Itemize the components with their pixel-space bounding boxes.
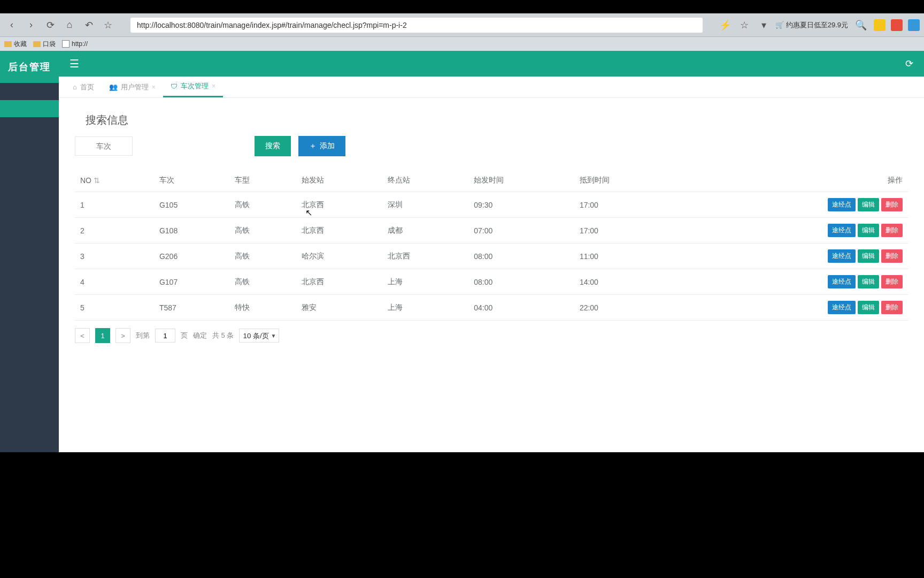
cell-arrive: 11:00 (574, 244, 680, 269)
cell-type: 高铁 (229, 269, 296, 295)
add-button[interactable]: ＋添加 (298, 136, 345, 156)
cell-no: 4 (75, 269, 154, 295)
edit-button[interactable]: 编辑 (858, 249, 879, 263)
tab-home[interactable]: ⌂ 首页 (65, 77, 102, 97)
cell-from: 雅安 (296, 295, 382, 321)
back-button[interactable]: ‹ (4, 18, 19, 33)
bookmark-2[interactable]: 口袋 (33, 40, 56, 49)
col-arrive[interactable]: 抵到时间 (574, 169, 680, 192)
close-icon[interactable]: × (212, 82, 215, 90)
search-icon[interactable]: 🔍 (853, 18, 868, 33)
cell-train: G107 (154, 269, 229, 295)
close-icon[interactable]: × (152, 83, 156, 91)
promo-badge[interactable]: 🛒 约惠夏日低至29.9元 (775, 20, 848, 30)
delete-button[interactable]: 删除 (881, 301, 903, 314)
cell-train: G108 (154, 218, 229, 244)
tab-users[interactable]: 👥 用户管理 × (102, 77, 163, 97)
sidebar-item-2[interactable] (0, 100, 59, 117)
cell-arrive: 14:00 (574, 269, 680, 295)
col-train[interactable]: 车次 (154, 169, 229, 192)
delete-button[interactable]: 删除 (881, 275, 903, 288)
black-letterbox (0, 452, 924, 578)
edit-button[interactable]: 编辑 (858, 198, 879, 211)
table-row: 4G107高铁北京西上海08:0014:00途经点编辑删除 (75, 269, 908, 295)
prev-page[interactable]: < (75, 328, 90, 343)
content-panel: 搜索信息 搜索 ＋添加 NO ⇅ 车次 车型 始发站 终点站 始发时间 抵到时间 (59, 98, 924, 452)
cell-to: 上海 (382, 269, 468, 295)
cell-to: 成都 (382, 218, 468, 244)
star-button[interactable]: ☆ (101, 18, 116, 33)
url-bar[interactable]: http://localhost:8080/train/manage/index… (130, 18, 703, 33)
browser-chrome: ‹ › ⟳ ⌂ ↶ ☆ http://localhost:8080/train/… (0, 13, 924, 37)
cell-to: 北京西 (382, 244, 468, 269)
stops-button[interactable]: 途经点 (828, 198, 856, 211)
col-to[interactable]: 终点站 (382, 169, 468, 192)
bookmark-label: http:// (72, 40, 88, 48)
bookmark-label: 口袋 (43, 40, 56, 49)
cell-from: 北京西 (296, 269, 382, 295)
col-depart[interactable]: 始发时间 (468, 169, 574, 192)
stops-button[interactable]: 途经点 (828, 249, 856, 263)
goto-input[interactable] (155, 329, 175, 343)
cell-train: G206 (154, 244, 229, 269)
table-header-row: NO ⇅ 车次 车型 始发站 终点站 始发时间 抵到时间 操作 (75, 169, 908, 192)
search-input[interactable] (75, 136, 133, 156)
home-button[interactable]: ⌂ (62, 18, 77, 33)
delete-button[interactable]: 删除 (881, 224, 903, 237)
menu-toggle-icon[interactable]: ☰ (70, 57, 79, 70)
cell-depart: 09:30 (468, 192, 574, 218)
cell-arrive: 22:00 (574, 295, 680, 321)
edit-button[interactable]: 编辑 (858, 224, 879, 237)
tab-label: 首页 (80, 82, 94, 92)
refresh-icon[interactable]: ⟳ (905, 58, 913, 70)
col-no[interactable]: NO ⇅ (75, 169, 154, 192)
col-type[interactable]: 车型 (229, 169, 296, 192)
col-ops: 操作 (680, 169, 908, 192)
history-button[interactable]: ↶ (81, 18, 96, 33)
cell-train: T587 (154, 295, 229, 321)
edit-button[interactable]: 编辑 (858, 301, 879, 314)
page-unit: 页 (181, 331, 188, 340)
cell-type: 高铁 (229, 244, 296, 269)
bookmark-3[interactable]: http:// (62, 40, 88, 48)
dropdown-icon[interactable]: ▾ (756, 18, 771, 33)
app-root: 后台管理 ☰ ⟳ ⌂ 首页 👥 用户管理 × 🛡 车次管理 × (0, 51, 924, 452)
cell-arrive: 17:00 (574, 218, 680, 244)
cell-no: 2 (75, 218, 154, 244)
ext-1-icon[interactable] (874, 19, 886, 31)
cell-ops: 途经点编辑删除 (680, 244, 908, 269)
table-row: 1G105高铁北京西深圳09:3017:00途经点编辑删除 (75, 192, 908, 218)
cell-ops: 途经点编辑删除 (680, 192, 908, 218)
fav-icon[interactable]: ☆ (737, 18, 752, 33)
tab-trains[interactable]: 🛡 车次管理 × (163, 77, 223, 97)
tab-label: 用户管理 (121, 82, 149, 92)
col-from[interactable]: 始发站 (296, 169, 382, 192)
ext-2-icon[interactable] (891, 19, 903, 31)
stops-button[interactable]: 途经点 (828, 224, 856, 237)
sidebar-item-1[interactable] (0, 83, 59, 100)
stops-button[interactable]: 途经点 (828, 301, 856, 314)
chrome-right: 🛒 约惠夏日低至29.9元 🔍 (775, 18, 920, 33)
sidebar-item-3[interactable] (0, 117, 59, 134)
bookmark-1[interactable]: 收藏 (4, 40, 27, 49)
next-page[interactable]: > (116, 328, 130, 343)
search-button[interactable]: 搜索 (255, 136, 291, 156)
confirm-button[interactable]: 确定 (193, 331, 207, 340)
sidebar-item-4[interactable] (0, 134, 59, 151)
bookmark-label: 收藏 (14, 40, 27, 49)
page-1[interactable]: 1 (95, 328, 110, 343)
per-page-select[interactable]: 10 条/页 (239, 329, 279, 343)
delete-button[interactable]: 删除 (881, 198, 903, 211)
url-text: http://localhost:8080/train/manage/index… (137, 21, 407, 29)
lightning-icon[interactable]: ⚡ (718, 18, 733, 33)
reload-button[interactable]: ⟳ (43, 18, 58, 33)
forward-button[interactable]: › (24, 18, 38, 33)
stops-button[interactable]: 途经点 (828, 275, 856, 288)
delete-button[interactable]: 删除 (881, 249, 903, 263)
cell-depart: 08:00 (468, 244, 574, 269)
tab-bar: ⌂ 首页 👥 用户管理 × 🛡 车次管理 × (59, 77, 924, 98)
search-title: 搜索信息 (86, 113, 908, 127)
ext-3-icon[interactable] (908, 19, 920, 31)
edit-button[interactable]: 编辑 (858, 275, 879, 288)
cell-train: G105 (154, 192, 229, 218)
